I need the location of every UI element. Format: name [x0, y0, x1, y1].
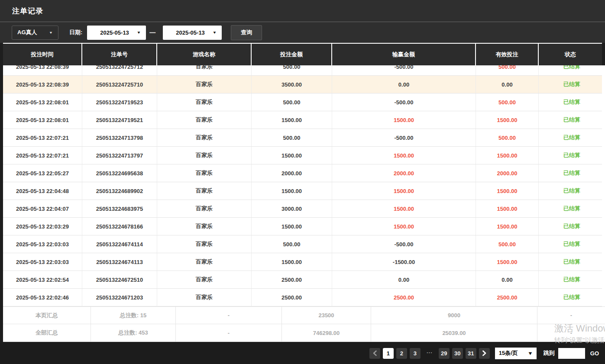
next-page-button[interactable] — [479, 348, 490, 359]
platform-select[interactable]: AG真人 ▼ — [12, 26, 58, 40]
page-title: 注单记录 — [12, 6, 43, 16]
cell-valid-bet: 500.00 — [476, 129, 539, 146]
cell-bet-number: 250513224725710 — [82, 76, 157, 93]
cell-winloss-amount: -500.00 — [332, 129, 476, 146]
cell-status: 已结算 — [539, 111, 605, 129]
cell-bet-time: 2025-05-13 22:07:21 — [3, 147, 82, 164]
table-row[interactable]: 2025-05-13 22:04:07250513224683975百家乐300… — [3, 200, 605, 218]
date-to-value: 2025-05-13 — [176, 29, 205, 36]
column-header-2: 注单号 — [82, 44, 157, 65]
table-row[interactable]: 2025-05-13 22:05:27250513224695638百家乐200… — [3, 164, 605, 182]
cell-winloss-amount: 1500.00 — [332, 200, 476, 217]
cell-valid-bet: 0.00 — [476, 76, 539, 93]
cell-bet-time: 2025-05-13 22:08:01 — [3, 111, 82, 129]
table-row[interactable]: 2025-05-13 22:08:01250513224719521百家乐150… — [3, 111, 605, 129]
cell-bet-time: 2025-05-13 22:08:39 — [3, 76, 82, 93]
cell-bet-amount: 500.00 — [252, 235, 332, 253]
cell-bet-time: 2025-05-13 22:02:46 — [3, 289, 82, 306]
cell-bet-number: 250513224719521 — [82, 111, 157, 129]
page-button-2[interactable]: 2 — [396, 348, 407, 359]
cell-valid-bet: 2500.00 — [476, 289, 539, 306]
cell-status: 已结算 — [539, 129, 605, 146]
cell-status: 已结算 — [539, 235, 605, 253]
chevron-down-icon: ▼ — [136, 30, 141, 34]
table-row[interactable]: 2025-05-13 22:02:54250513224672510百家乐250… — [3, 271, 605, 289]
query-button[interactable]: 查询 — [231, 25, 262, 40]
table-row[interactable]: 2025-05-13 22:03:29250513224678166百家乐150… — [3, 218, 605, 235]
cell-valid-bet: 500.00 — [476, 93, 539, 111]
summary-row: 本页汇总总注数: 15-235009000- — [3, 306, 605, 324]
cell-bet-number: 250513224672510 — [82, 271, 157, 288]
cell-bet-time: 2025-05-13 22:03:03 — [3, 253, 82, 271]
cell-bet-time: 2025-05-13 22:02:54 — [3, 271, 82, 288]
platform-select-value: AG真人 — [17, 29, 37, 36]
cell-bet-amount: 3500.00 — [252, 76, 332, 93]
table-row[interactable]: 2025-05-13 22:03:03250513224674113百家乐150… — [3, 253, 605, 271]
cell-bet-number: 250513224678166 — [82, 218, 157, 235]
cell-bet-number: 250513224683975 — [82, 200, 157, 217]
summary-bet-amount: 23500 — [282, 307, 371, 324]
page-button-1[interactable]: 1 — [383, 348, 394, 359]
cell-bet-number: 250513224713797 — [82, 147, 157, 164]
cell-bet-number: 250513224713798 — [82, 129, 157, 146]
cell-bet-number: 250513224671203 — [82, 289, 157, 306]
summary-game: - — [176, 307, 282, 324]
table-header: 投注时间注单号游戏名称投注金额输赢金额有效投注状态 — [3, 43, 602, 65]
cell-status: 已结算 — [539, 253, 605, 271]
prev-page-button[interactable] — [369, 348, 380, 359]
cell-bet-amount: 500.00 — [252, 93, 332, 111]
cell-valid-bet: 1500.00 — [476, 111, 539, 129]
cell-bet-amount: 2000.00 — [252, 164, 332, 182]
cell-game-name: 百家乐 — [157, 235, 252, 253]
go-button[interactable]: GO — [590, 350, 599, 357]
cell-game-name: 百家乐 — [157, 147, 252, 164]
vertical-scrollbar[interactable] — [602, 65, 605, 306]
chevron-down-icon: ▼ — [527, 351, 533, 356]
table-row[interactable]: 2025-05-13 22:07:21250513224713797百家乐150… — [3, 147, 605, 164]
cell-status: 已结算 — [539, 65, 605, 75]
summary-label: 本页汇总 — [3, 307, 91, 324]
page-buttons: 123...293031 — [380, 348, 476, 359]
table-row[interactable]: 2025-05-13 22:08:01250513224719523百家乐500… — [3, 93, 605, 111]
page-size-select[interactable]: 15条/页 ▼ — [495, 348, 537, 359]
cell-valid-bet: 1500.00 — [476, 182, 539, 200]
cell-valid-bet: 1500.00 — [476, 253, 539, 271]
date-from-picker[interactable]: 2025-05-13 ▼ — [87, 26, 146, 40]
summary-status: - — [537, 324, 605, 341]
cell-game-name: 百家乐 — [157, 271, 252, 288]
chevron-down-icon: ▼ — [49, 31, 53, 35]
cell-game-name: 百家乐 — [157, 129, 252, 146]
page-button-3[interactable]: 3 — [410, 348, 421, 359]
cell-valid-bet: 0.00 — [476, 271, 539, 288]
date-to-picker[interactable]: 2025-05-13 ▼ — [163, 26, 222, 40]
table-row[interactable]: 2025-05-13 22:04:48250513224689902百家乐150… — [3, 182, 605, 200]
table-row[interactable]: 2025-05-13 22:02:46250513224671203百家乐250… — [3, 289, 605, 306]
column-header-4: 投注金额 — [252, 44, 332, 65]
cell-status: 已结算 — [539, 147, 605, 164]
cell-game-name: 百家乐 — [157, 182, 252, 200]
cell-status: 已结算 — [539, 271, 605, 288]
cell-bet-time: 2025-05-13 22:03:29 — [3, 218, 82, 235]
table-row[interactable]: 2025-05-13 22:08:39250513224725710百家乐350… — [3, 76, 605, 93]
cell-bet-time: 2025-05-13 22:07:21 — [3, 129, 82, 146]
cell-bet-time: 2025-05-13 22:03:03 — [3, 235, 82, 253]
cell-bet-amount: 1500.00 — [252, 218, 332, 235]
cell-bet-time: 2025-05-13 22:04:48 — [3, 182, 82, 200]
page-ellipsis[interactable]: ... — [427, 348, 433, 359]
page-button-30[interactable]: 30 — [452, 348, 463, 359]
summary-total-count: 总注数: 15 — [91, 307, 176, 324]
cell-game-name: 百家乐 — [157, 200, 252, 217]
summary-bet-amount: 746298.00 — [282, 324, 371, 341]
cell-bet-amount: 1500.00 — [252, 147, 332, 164]
page-button-29[interactable]: 29 — [439, 348, 450, 359]
page-button-31[interactable]: 31 — [466, 348, 476, 359]
cell-bet-number: 250513224689902 — [82, 182, 157, 200]
table-row[interactable]: 2025-05-13 22:08:39250513224725712百家乐500… — [3, 65, 605, 76]
table-row[interactable]: 2025-05-13 22:07:21250513224713798百家乐500… — [3, 129, 605, 147]
cell-valid-bet: 2000.00 — [476, 164, 539, 182]
filter-bar: AG真人 ▼ 日期: 2025-05-13 ▼ — 2025-05-13 ▼ 查… — [0, 22, 605, 43]
jump-to-input[interactable] — [558, 348, 585, 359]
table-row[interactable]: 2025-05-13 22:03:03250513224674114百家乐500… — [3, 235, 605, 253]
cell-winloss-amount: 1500.00 — [332, 111, 476, 129]
title-bar: 注单记录 — [0, 0, 605, 22]
